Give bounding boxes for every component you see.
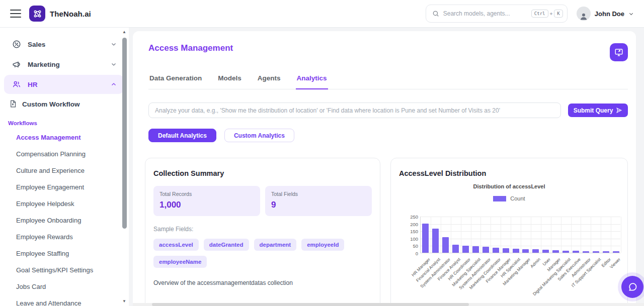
workflows-heading: Workflows bbox=[0, 113, 129, 129]
bar-chart: Distribution of accessLevel Count 050100… bbox=[399, 183, 619, 299]
x-axis-label: Viewer bbox=[609, 257, 621, 269]
sidebar-item-workflow[interactable]: Employee Engagement bbox=[0, 179, 129, 195]
custom-analytics-button[interactable]: Custom Analytics bbox=[224, 129, 294, 142]
badge-percent-icon bbox=[12, 40, 22, 49]
chat-bubble-icon bbox=[627, 282, 637, 292]
sidebar-item-workflow[interactable]: Employee Rewards bbox=[0, 229, 129, 245]
sidebar-item-workflow[interactable]: Employee Staffing bbox=[0, 245, 129, 262]
stat-label: Total Fields bbox=[271, 191, 366, 197]
legend-label: Count bbox=[510, 195, 525, 201]
stat-value: 9 bbox=[271, 200, 366, 210]
chart-bar bbox=[503, 248, 509, 253]
sidebar-item-hr[interactable]: HR bbox=[4, 75, 124, 94]
sidebar-item-workflow[interactable]: Access Management bbox=[0, 129, 129, 146]
sidebar-item-label: Custom Workflow bbox=[22, 100, 80, 108]
scroll-up-arrow-icon[interactable]: ▲ bbox=[122, 30, 127, 35]
chat-fab-button[interactable] bbox=[621, 276, 643, 298]
submit-query-button[interactable]: Submit Query bbox=[568, 104, 628, 117]
search-icon bbox=[432, 10, 439, 17]
gridline bbox=[521, 217, 521, 253]
collection-overview-text: Overview of the accessmanagementdatas co… bbox=[153, 279, 372, 286]
sidebar-item-workflow[interactable]: Employee Helpdesk bbox=[0, 195, 129, 212]
topbar: TheNoah.ai Ctrl + K John Doe bbox=[0, 0, 644, 28]
query-input[interactable] bbox=[148, 103, 561, 118]
chart-legend: Count bbox=[399, 195, 619, 201]
gridline bbox=[531, 217, 531, 253]
present-screen-button[interactable] bbox=[610, 43, 628, 61]
chart-bar bbox=[562, 251, 569, 253]
content-card: Access Management Data GenerationModelsA… bbox=[133, 31, 636, 306]
tab-models[interactable]: Models bbox=[217, 74, 243, 89]
sidebar-item-label: Sales bbox=[28, 41, 105, 48]
main-area: Access Management Data GenerationModelsA… bbox=[129, 28, 644, 306]
tab-bar: Data GenerationModelsAgentsAnalytics bbox=[148, 74, 628, 89]
stat-label: Total Records bbox=[159, 191, 254, 197]
send-icon bbox=[616, 107, 622, 114]
chart-bar bbox=[542, 250, 549, 253]
stat-box: Total Fields9 bbox=[265, 186, 372, 216]
chart-bar bbox=[583, 251, 589, 253]
scroll-down-arrow-icon[interactable]: ▼ bbox=[122, 299, 127, 304]
sample-fields-label: Sample Fields: bbox=[153, 226, 372, 233]
brand-name: TheNoah.ai bbox=[50, 10, 91, 18]
sample-field-chip: department bbox=[254, 239, 297, 251]
chart-title: Distribution of accessLevel bbox=[399, 183, 619, 189]
monitor-share-icon bbox=[614, 48, 623, 57]
tab-data-generation[interactable]: Data Generation bbox=[148, 74, 203, 89]
kbd-ctrl: Ctrl bbox=[531, 10, 548, 18]
search-input[interactable] bbox=[443, 10, 527, 17]
sidebar-item-marketing[interactable]: Marketing bbox=[4, 55, 124, 74]
sidebar-item-workflow[interactable]: Culture and Experience bbox=[0, 162, 129, 179]
sample-fields-chips: accessLeveldateGranteddepartmentemployee… bbox=[153, 239, 372, 268]
gridline bbox=[541, 217, 541, 253]
gridline bbox=[551, 217, 551, 253]
chart-bar bbox=[552, 250, 559, 253]
sidebar-item-workflow[interactable]: Jobs Card bbox=[0, 278, 129, 295]
sidebar-item-label: HR bbox=[28, 81, 105, 88]
tab-analytics[interactable]: Analytics bbox=[296, 74, 328, 89]
chevron-down-icon bbox=[628, 11, 634, 17]
sidebar-item-workflow[interactable]: Compensation Planning bbox=[0, 146, 129, 162]
gridline bbox=[431, 217, 431, 253]
chart-bar bbox=[603, 251, 609, 253]
users-icon bbox=[12, 80, 22, 89]
y-axis-tick: 100 bbox=[410, 236, 418, 241]
brand[interactable]: TheNoah.ai bbox=[29, 6, 91, 22]
sidebar-item-workflow[interactable]: Leave and Attendance bbox=[0, 295, 129, 306]
x-axis-label: Admin bbox=[529, 257, 541, 269]
sidebar-item-custom-workflow[interactable]: Custom Workflow bbox=[0, 95, 129, 113]
sidebar-item-sales[interactable]: Sales bbox=[4, 35, 124, 54]
gridline bbox=[581, 217, 581, 253]
sidebar-scrollbar[interactable] bbox=[122, 38, 127, 229]
chart-plot-area: 050100150200250HR ManagerFinancial Analy… bbox=[420, 217, 620, 253]
workflow-list: Access ManagementCompensation PlanningCu… bbox=[0, 129, 129, 306]
user-menu[interactable]: John Doe bbox=[577, 7, 634, 21]
default-analytics-button[interactable]: Default Analytics bbox=[148, 129, 216, 142]
hamburger-menu-icon[interactable] bbox=[10, 10, 21, 18]
chevron-down-icon bbox=[111, 61, 117, 67]
gridline bbox=[501, 217, 501, 253]
stats-row: Total Records1,000Total Fields9 bbox=[153, 186, 372, 216]
chart-bar bbox=[442, 237, 449, 253]
gridline bbox=[491, 217, 491, 253]
gridline bbox=[471, 217, 471, 253]
gridline bbox=[441, 217, 441, 253]
gridline bbox=[621, 217, 621, 253]
sidebar-item-workflow[interactable]: Goal Settings/KPI Settings bbox=[0, 262, 129, 278]
global-search[interactable]: Ctrl + K bbox=[426, 5, 568, 23]
horizontal-scrollbar-thumb[interactable] bbox=[152, 303, 469, 306]
horizontal-scrollbar[interactable] bbox=[133, 303, 644, 306]
sidebar-item-workflow[interactable]: Employee Onboarding bbox=[0, 212, 129, 229]
y-axis-tick: 250 bbox=[410, 214, 418, 220]
megaphone-icon bbox=[12, 60, 22, 69]
gridline bbox=[591, 217, 591, 253]
stat-box: Total Records1,000 bbox=[153, 186, 260, 216]
chart-bar bbox=[432, 229, 439, 253]
chart-bar bbox=[493, 248, 499, 253]
tab-agents[interactable]: Agents bbox=[257, 74, 282, 89]
gridline bbox=[561, 217, 561, 253]
chart-bar bbox=[522, 249, 529, 253]
chart-bar bbox=[593, 251, 599, 253]
page-title: Access Management bbox=[148, 43, 233, 53]
chart-bar bbox=[482, 247, 489, 253]
